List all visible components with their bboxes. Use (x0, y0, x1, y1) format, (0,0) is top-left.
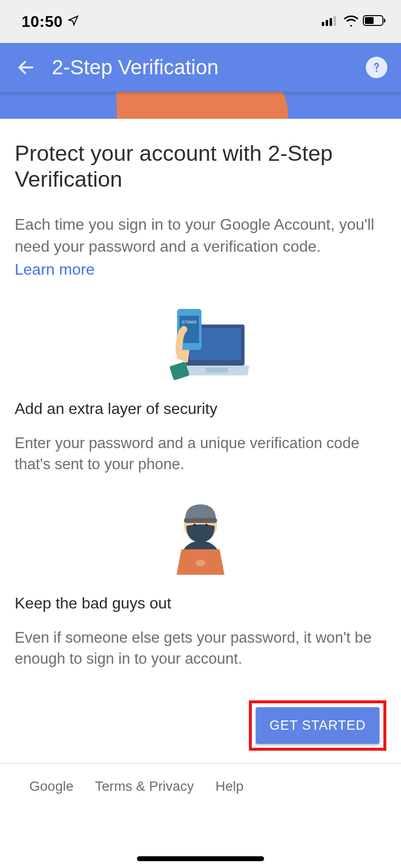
section2-description: Even if someone else gets your password,… (15, 627, 386, 670)
wifi-icon (343, 15, 359, 28)
back-button[interactable] (14, 55, 38, 80)
svg-point-20 (194, 523, 196, 526)
svg-text:579969: 579969 (182, 320, 197, 325)
footer: Google Terms & Privacy Help (0, 763, 401, 809)
cellular-icon (322, 15, 339, 28)
main-content: Protect your account with 2-Step Verific… (0, 119, 401, 669)
get-started-button[interactable]: GET STARTED (256, 707, 379, 744)
get-started-highlight: GET STARTED (249, 700, 386, 751)
page-title: Protect your account with 2-Step Verific… (15, 140, 386, 192)
section1-title: Add an extra layer of security (15, 400, 386, 418)
status-time: 10:50 (22, 13, 63, 31)
battery-icon (363, 15, 386, 28)
svg-rect-18 (191, 520, 198, 522)
learn-more-link[interactable]: Learn more (15, 260, 95, 279)
svg-rect-2 (330, 18, 332, 26)
footer-link-google[interactable]: Google (29, 779, 73, 794)
help-icon (370, 61, 383, 74)
svg-rect-5 (365, 17, 374, 24)
arrow-left-icon (16, 58, 36, 77)
svg-rect-19 (203, 520, 210, 522)
svg-rect-11 (205, 368, 228, 372)
section2-title: Keep the bad guys out (15, 594, 386, 612)
hero-banner (0, 92, 401, 119)
svg-rect-0 (322, 22, 324, 26)
app-bar-title: 2-Step Verification (52, 56, 366, 79)
home-indicator[interactable] (137, 856, 264, 861)
footer-link-help[interactable]: Help (216, 779, 244, 794)
illustration-phone-laptop: 579969 (15, 305, 386, 383)
svg-rect-1 (326, 20, 328, 26)
svg-rect-6 (384, 19, 385, 22)
svg-rect-3 (334, 16, 336, 26)
svg-rect-17 (184, 518, 217, 523)
cta-row: GET STARTED (0, 683, 401, 763)
section1-description: Enter your password and a unique verific… (15, 433, 386, 475)
location-icon (67, 15, 79, 28)
page-description: Each time you sign in to your Google Acc… (15, 214, 386, 258)
status-bar: 10:50 (0, 0, 401, 43)
app-bar: 2-Step Verification (0, 43, 401, 92)
footer-link-terms[interactable]: Terms & Privacy (95, 779, 194, 794)
svg-point-22 (196, 560, 205, 566)
svg-point-21 (205, 523, 208, 526)
help-button[interactable] (366, 57, 387, 78)
svg-point-7 (376, 70, 378, 72)
illustration-bad-guy (15, 495, 386, 578)
